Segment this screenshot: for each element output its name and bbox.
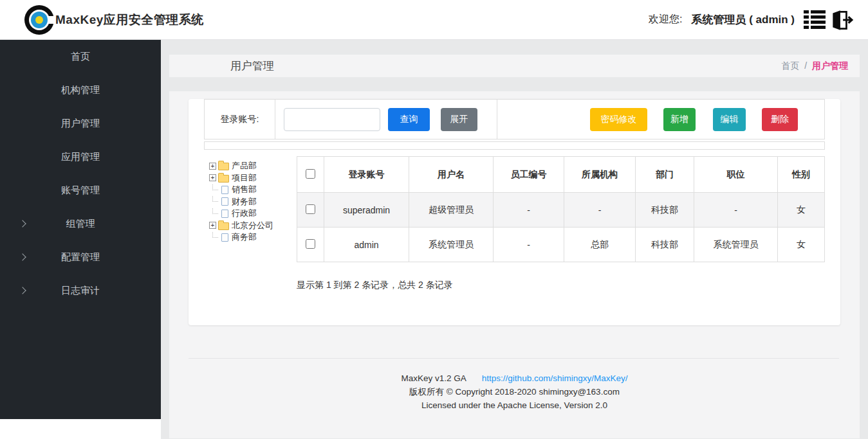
- footer-version: MaxKey v1.2 GA: [402, 373, 466, 383]
- sidebar-item-org-management[interactable]: 机构管理: [0, 73, 161, 107]
- brand: MaxKey应用安全管理系统: [24, 5, 204, 35]
- maxkey-logo-icon: [24, 5, 54, 35]
- tree-expand-icon[interactable]: +: [209, 222, 216, 229]
- tree-connector: [212, 232, 218, 238]
- user-table: 登录账号用户名员工编号所属机构部门职位性别 superadmin超级管理员--科…: [297, 156, 825, 262]
- add-button[interactable]: 新增: [663, 108, 696, 131]
- tree-node[interactable]: 行政部: [209, 208, 297, 220]
- content-panel: 登录账号: 查询 展开 密码修改 新增 编辑 删除 +产品部+项目: [169, 91, 860, 438]
- file-icon: [221, 210, 228, 218]
- header-right: 欢迎您: 系统管理员 ( admin ): [649, 8, 854, 32]
- page-titlebar: 用户管理 首页 / 用户管理: [169, 55, 860, 77]
- row-checkbox[interactable]: [306, 239, 315, 249]
- password-modify-button[interactable]: 密码修改: [590, 108, 647, 131]
- table-cell: admin: [324, 228, 409, 262]
- table-cell: 女: [778, 193, 825, 228]
- chevron-right-icon: [19, 220, 26, 227]
- delete-button[interactable]: 删除: [762, 108, 798, 131]
- sidebar-menu: 首页机构管理用户管理应用管理账号管理组管理配置管理日志审计: [0, 40, 161, 419]
- tree-node[interactable]: +项目部: [209, 172, 297, 184]
- sidebar-item-config-management[interactable]: 配置管理: [0, 240, 161, 274]
- select-all-cell: [297, 157, 324, 193]
- sidebar-item-label: 日志审计: [61, 285, 100, 297]
- card-body: +产品部+项目部销售部财务部行政部+北京分公司商务部 登录账号用户名员工编号所属…: [189, 156, 840, 291]
- table-area: 登录账号用户名员工编号所属机构部门职位性别 superadmin超级管理员--科…: [297, 156, 825, 291]
- tree-node-label: 项目部: [232, 172, 257, 184]
- tree-node[interactable]: +产品部: [209, 160, 297, 172]
- table-cell: -: [494, 193, 564, 228]
- expand-button[interactable]: 展开: [441, 108, 477, 131]
- column-header: 职位: [694, 157, 778, 193]
- breadcrumb-separator: /: [804, 60, 807, 71]
- sidebar-item-user-management[interactable]: 用户管理: [0, 107, 161, 140]
- table-cell: 系统管理员: [409, 228, 494, 262]
- advanced-search-collapsed: [204, 141, 825, 150]
- action-buttons: 密码修改 新增 编辑 删除: [497, 100, 824, 139]
- footer-github-link[interactable]: https://github.com/shimingxy/MaxKey/: [482, 373, 628, 383]
- edit-button[interactable]: 编辑: [713, 108, 746, 131]
- folder-icon: [218, 163, 229, 170]
- tree-node[interactable]: 商务部: [209, 231, 297, 244]
- tree-node[interactable]: 财务部: [209, 196, 297, 208]
- tree-node-label: 北京分公司: [232, 220, 273, 231]
- table-cell: 女: [778, 228, 825, 262]
- tree-node[interactable]: +北京分公司: [209, 220, 297, 232]
- breadcrumb: 首页 / 用户管理: [781, 60, 848, 72]
- column-header: 用户名: [409, 157, 494, 193]
- tree-node-label: 行政部: [232, 208, 257, 219]
- table-cell: -: [494, 228, 564, 262]
- sidebar-item-log-audit[interactable]: 日志审计: [0, 274, 161, 307]
- row-select-cell: [297, 193, 324, 228]
- chevron-right-icon: [19, 287, 26, 294]
- sidebar-item-app-management[interactable]: 应用管理: [0, 140, 161, 174]
- tree-node-label: 销售部: [232, 184, 257, 195]
- sidebar-item-group-management[interactable]: 组管理: [0, 207, 161, 240]
- page-title: 用户管理: [230, 58, 274, 73]
- table-cell: 总部: [564, 228, 636, 262]
- column-header: 登录账号: [324, 157, 409, 193]
- select-all-checkbox[interactable]: [306, 169, 315, 179]
- footer-divider: [189, 358, 839, 359]
- folder-icon: [218, 175, 229, 183]
- column-header: 员工编号: [494, 157, 564, 193]
- query-button[interactable]: 查询: [388, 108, 430, 131]
- sidebar-item-account-management[interactable]: 账号管理: [0, 174, 161, 207]
- search-toolbar: 登录账号: 查询 展开 密码修改 新增 编辑 删除: [204, 99, 825, 139]
- content-card: 登录账号: 查询 展开 密码修改 新增 编辑 删除 +产品部+项目: [189, 99, 840, 325]
- breadcrumb-current: 用户管理: [812, 60, 848, 71]
- file-icon: [221, 233, 228, 242]
- footer-version-line: MaxKey v1.2 GAhttps://github.com/shiming…: [169, 372, 860, 385]
- welcome-user: 系统管理员 ( admin ): [691, 12, 795, 27]
- tree-node[interactable]: 销售部: [209, 184, 297, 196]
- welcome-label: 欢迎您:: [649, 13, 682, 26]
- column-header: 部门: [636, 157, 694, 193]
- row-select-cell: [297, 228, 324, 262]
- table-row: admin系统管理员-总部科技部系统管理员女: [297, 228, 825, 262]
- tree-expand-icon[interactable]: +: [209, 174, 216, 181]
- footer-license: Licensed under the Apache License, Versi…: [169, 399, 860, 412]
- column-header: 所属机构: [564, 157, 636, 193]
- sidebar-item-home[interactable]: 首页: [0, 40, 161, 73]
- tree-node-label: 商务部: [232, 231, 257, 243]
- sidebar-item-label: 应用管理: [61, 151, 100, 163]
- sidebar-item-label: 用户管理: [61, 118, 100, 130]
- row-checkbox[interactable]: [306, 204, 315, 214]
- sidebar-item-label: 组管理: [66, 218, 95, 230]
- app-footer: MaxKey v1.2 GAhttps://github.com/shiming…: [169, 372, 860, 412]
- tree-connector: [212, 184, 218, 190]
- table-cell: -: [694, 193, 778, 228]
- login-account-input[interactable]: [284, 108, 380, 131]
- footer-copyright: 版权所有 © Copyright 2018-2020 shimingxy@163…: [169, 385, 860, 399]
- list-icon[interactable]: [804, 10, 826, 29]
- user-table-header-row: 登录账号用户名员工编号所属机构部门职位性别: [297, 157, 825, 193]
- sidebar-item-label: 配置管理: [61, 251, 100, 264]
- table-cell: 科技部: [636, 228, 694, 262]
- tree-expand-icon[interactable]: +: [209, 163, 216, 170]
- sidebar-item-label: 机构管理: [61, 84, 100, 96]
- breadcrumb-home[interactable]: 首页: [781, 60, 799, 71]
- org-tree: +产品部+项目部销售部财务部行政部+北京分公司商务部: [204, 156, 297, 291]
- sidebar-item-label: 账号管理: [61, 184, 100, 197]
- tree-node-label: 财务部: [232, 196, 257, 208]
- logout-icon[interactable]: [828, 8, 854, 32]
- table-cell: superadmin: [324, 193, 409, 228]
